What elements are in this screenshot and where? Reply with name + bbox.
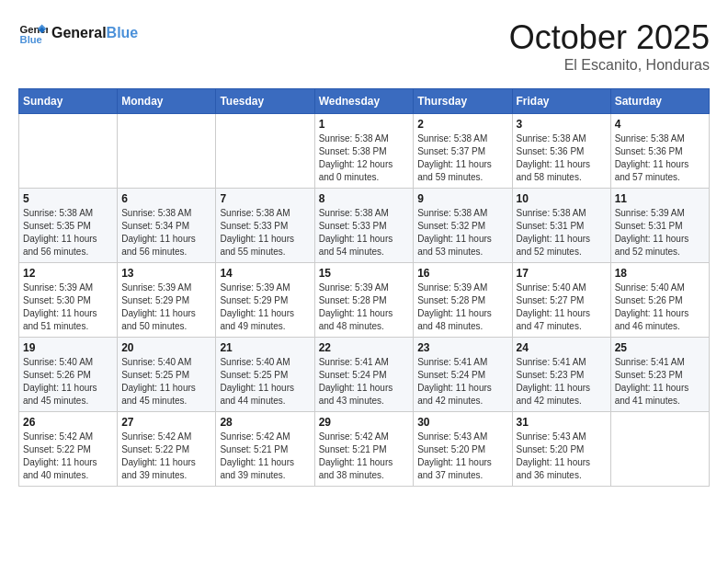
calendar-cell: 23Sunrise: 5:41 AM Sunset: 5:24 PM Dayli… [414,338,512,412]
calendar-cell: 25Sunrise: 5:41 AM Sunset: 5:23 PM Dayli… [610,338,709,412]
calendar-cell: 7Sunrise: 5:38 AM Sunset: 5:33 PM Daylig… [216,189,314,263]
main-title: October 2025 [509,18,710,57]
calendar-cell [19,114,118,189]
column-header-sunday: Sunday [19,89,118,114]
day-info: Sunrise: 5:42 AM Sunset: 5:22 PM Dayligh… [121,431,211,482]
day-info: Sunrise: 5:38 AM Sunset: 5:33 PM Dayligh… [220,207,310,259]
calendar-cell: 8Sunrise: 5:38 AM Sunset: 5:33 PM Daylig… [314,189,414,263]
day-number: 16 [417,267,507,280]
column-header-tuesday: Tuesday [216,89,314,114]
day-number: 3 [517,118,607,131]
day-info: Sunrise: 5:42 AM Sunset: 5:21 PM Dayligh… [220,431,310,482]
day-info: Sunrise: 5:38 AM Sunset: 5:32 PM Dayligh… [417,207,507,259]
day-number: 17 [517,267,607,280]
calendar-cell: 3Sunrise: 5:38 AM Sunset: 5:36 PM Daylig… [512,114,610,189]
calendar-cell: 11Sunrise: 5:39 AM Sunset: 5:31 PM Dayli… [610,189,709,263]
logo-icon: General Blue [18,18,48,48]
day-number: 20 [121,341,211,354]
day-number: 28 [220,416,310,429]
day-info: Sunrise: 5:41 AM Sunset: 5:23 PM Dayligh… [517,356,607,408]
day-info: Sunrise: 5:41 AM Sunset: 5:23 PM Dayligh… [615,356,705,408]
calendar-cell: 6Sunrise: 5:38 AM Sunset: 5:34 PM Daylig… [118,189,216,263]
calendar-cell: 13Sunrise: 5:39 AM Sunset: 5:29 PM Dayli… [118,263,216,338]
logo: General Blue GeneralBlue [18,18,138,48]
calendar-cell: 18Sunrise: 5:40 AM Sunset: 5:26 PM Dayli… [610,263,709,338]
day-info: Sunrise: 5:39 AM Sunset: 5:29 PM Dayligh… [220,282,310,333]
day-number: 9 [417,192,507,205]
day-number: 27 [121,416,211,429]
logo-text: GeneralBlue [51,25,138,41]
calendar-cell: 27Sunrise: 5:42 AM Sunset: 5:22 PM Dayli… [118,412,216,487]
day-info: Sunrise: 5:38 AM Sunset: 5:38 PM Dayligh… [319,132,410,184]
title-block: October 2025 El Escanito, Honduras [509,18,710,74]
day-number: 10 [517,192,607,205]
calendar-cell: 15Sunrise: 5:39 AM Sunset: 5:28 PM Dayli… [314,263,414,338]
day-info: Sunrise: 5:43 AM Sunset: 5:20 PM Dayligh… [517,431,607,482]
column-header-saturday: Saturday [610,89,709,114]
calendar-cell: 20Sunrise: 5:40 AM Sunset: 5:25 PM Dayli… [118,338,216,412]
day-number: 6 [121,192,211,205]
day-info: Sunrise: 5:39 AM Sunset: 5:30 PM Dayligh… [23,282,113,333]
calendar-cell: 17Sunrise: 5:40 AM Sunset: 5:27 PM Dayli… [512,263,610,338]
calendar-cell: 22Sunrise: 5:41 AM Sunset: 5:24 PM Dayli… [314,338,414,412]
calendar-cell: 30Sunrise: 5:43 AM Sunset: 5:20 PM Dayli… [414,412,512,487]
calendar-cell: 1Sunrise: 5:38 AM Sunset: 5:38 PM Daylig… [314,114,414,189]
calendar-table: SundayMondayTuesdayWednesdayThursdayFrid… [18,88,710,487]
calendar-cell: 31Sunrise: 5:43 AM Sunset: 5:20 PM Dayli… [512,412,610,487]
day-number: 15 [319,267,410,280]
day-number: 5 [23,192,113,205]
page-header: General Blue GeneralBlue October 2025 El… [18,18,710,74]
day-info: Sunrise: 5:39 AM Sunset: 5:28 PM Dayligh… [417,282,507,333]
day-number: 11 [615,192,705,205]
day-info: Sunrise: 5:40 AM Sunset: 5:27 PM Dayligh… [517,282,607,333]
calendar-cell: 10Sunrise: 5:38 AM Sunset: 5:31 PM Dayli… [512,189,610,263]
day-info: Sunrise: 5:41 AM Sunset: 5:24 PM Dayligh… [417,356,507,408]
calendar-cell: 26Sunrise: 5:42 AM Sunset: 5:22 PM Dayli… [19,412,118,487]
day-number: 2 [417,118,507,131]
calendar-cell [118,114,216,189]
calendar-cell: 28Sunrise: 5:42 AM Sunset: 5:21 PM Dayli… [216,412,314,487]
day-number: 1 [319,118,410,131]
day-number: 7 [220,192,310,205]
day-number: 8 [319,192,410,205]
subtitle: El Escanito, Honduras [509,57,710,74]
day-number: 23 [417,341,507,354]
day-number: 25 [615,341,705,354]
day-info: Sunrise: 5:40 AM Sunset: 5:26 PM Dayligh… [23,356,113,408]
day-info: Sunrise: 5:40 AM Sunset: 5:26 PM Dayligh… [615,282,705,333]
calendar-cell: 2Sunrise: 5:38 AM Sunset: 5:37 PM Daylig… [414,114,512,189]
day-info: Sunrise: 5:43 AM Sunset: 5:20 PM Dayligh… [417,431,507,482]
day-info: Sunrise: 5:38 AM Sunset: 5:35 PM Dayligh… [23,207,113,259]
day-info: Sunrise: 5:39 AM Sunset: 5:29 PM Dayligh… [121,282,211,333]
day-info: Sunrise: 5:38 AM Sunset: 5:31 PM Dayligh… [517,207,607,259]
calendar-cell: 19Sunrise: 5:40 AM Sunset: 5:26 PM Dayli… [19,338,118,412]
calendar-cell: 14Sunrise: 5:39 AM Sunset: 5:29 PM Dayli… [216,263,314,338]
day-number: 13 [121,267,211,280]
day-info: Sunrise: 5:38 AM Sunset: 5:36 PM Dayligh… [615,132,705,184]
day-number: 19 [23,341,113,354]
calendar-cell: 5Sunrise: 5:38 AM Sunset: 5:35 PM Daylig… [19,189,118,263]
column-header-wednesday: Wednesday [314,89,414,114]
day-info: Sunrise: 5:38 AM Sunset: 5:37 PM Dayligh… [417,132,507,184]
day-number: 26 [23,416,113,429]
day-number: 31 [517,416,607,429]
calendar-cell: 9Sunrise: 5:38 AM Sunset: 5:32 PM Daylig… [414,189,512,263]
day-number: 29 [319,416,410,429]
day-number: 24 [517,341,607,354]
calendar-cell: 16Sunrise: 5:39 AM Sunset: 5:28 PM Dayli… [414,263,512,338]
calendar-cell: 29Sunrise: 5:42 AM Sunset: 5:21 PM Dayli… [314,412,414,487]
calendar-cell [216,114,314,189]
day-info: Sunrise: 5:40 AM Sunset: 5:25 PM Dayligh… [121,356,211,408]
day-info: Sunrise: 5:39 AM Sunset: 5:28 PM Dayligh… [319,282,410,333]
day-number: 22 [319,341,410,354]
day-number: 21 [220,341,310,354]
day-info: Sunrise: 5:41 AM Sunset: 5:24 PM Dayligh… [319,356,410,408]
svg-text:Blue: Blue [20,34,42,45]
calendar-cell: 21Sunrise: 5:40 AM Sunset: 5:25 PM Dayli… [216,338,314,412]
day-info: Sunrise: 5:40 AM Sunset: 5:25 PM Dayligh… [220,356,310,408]
day-number: 18 [615,267,705,280]
day-number: 12 [23,267,113,280]
calendar-cell: 4Sunrise: 5:38 AM Sunset: 5:36 PM Daylig… [610,114,709,189]
calendar-cell: 24Sunrise: 5:41 AM Sunset: 5:23 PM Dayli… [512,338,610,412]
day-info: Sunrise: 5:38 AM Sunset: 5:34 PM Dayligh… [121,207,211,259]
